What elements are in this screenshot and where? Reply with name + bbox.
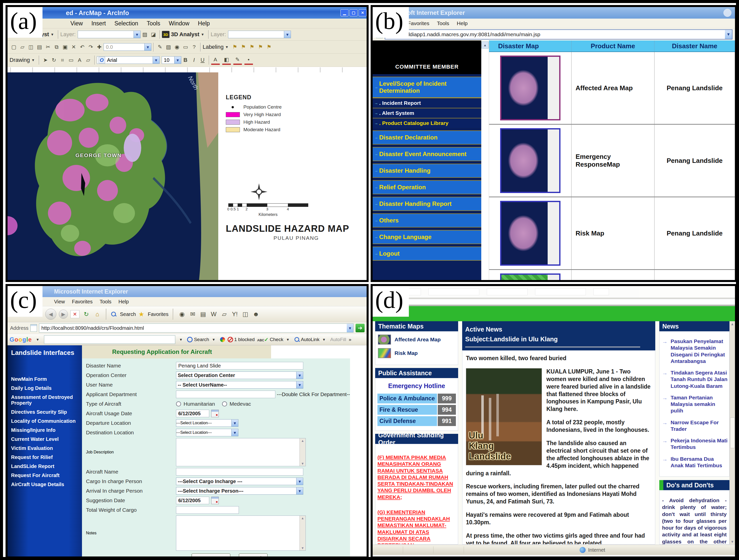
hillshade-icon[interactable]: ◪ — [149, 30, 158, 38]
yahoo-icon[interactable]: Y! — [231, 310, 239, 318]
delete-icon[interactable]: ✕ — [69, 43, 78, 51]
arrival-incharge-select[interactable]: ---Select Incharge Person---▼ — [176, 487, 303, 495]
sidebar-item[interactable]: NewMain Form — [11, 376, 82, 382]
redo-icon[interactable]: ↷ — [87, 43, 95, 51]
sidebar-item[interactable]: Directives Security Slip — [11, 409, 82, 415]
calendar-icon[interactable] — [211, 497, 219, 504]
rotate-icon[interactable]: ↻ — [50, 56, 58, 64]
lock-labels-icon[interactable]: ⚑ — [256, 43, 265, 51]
sidebar-item[interactable]: → Disaster Declaration — [373, 131, 481, 145]
zoom-box-icon[interactable]: ⌗ — [58, 56, 67, 64]
chevron-down-icon[interactable]: ▼ — [296, 487, 303, 495]
layer-combobox[interactable]: ▼ — [78, 31, 141, 38]
sidebar-item[interactable]: → Logout — [373, 246, 481, 261]
line-color-button[interactable]: ✎ — [233, 55, 242, 65]
rectangle-tool-icon[interactable]: ▭ — [67, 56, 76, 64]
open-folder-icon[interactable]: ▱ — [18, 43, 27, 51]
chevron-down-icon[interactable]: ▼ — [179, 338, 183, 342]
chevron-down-icon[interactable]: ▼ — [296, 478, 303, 485]
chevron-down-icon[interactable]: ▼ — [231, 419, 238, 426]
toolbar-overflow-chevron[interactable]: » — [349, 337, 351, 342]
add-data-icon[interactable]: ✚ — [95, 43, 104, 51]
suggestion-date-input[interactable]: 6/12/2005 — [176, 497, 209, 504]
menu-item[interactable]: View — [70, 20, 83, 27]
media-icon[interactable]: ◉ — [178, 310, 186, 318]
sidebar-item[interactable]: → Others — [373, 213, 481, 227]
address-input[interactable]: http://localhost:8090/naddi/crs/Floodmai… — [39, 324, 353, 333]
disaster-map-thumbnail[interactable] — [500, 273, 561, 280]
calendar-icon[interactable] — [211, 410, 219, 417]
sidebar-item[interactable]: Missing/Injure Info — [11, 427, 82, 433]
contour-icon[interactable]: ▨ — [141, 30, 149, 38]
clear-labels-icon[interactable]: ⚑ — [265, 43, 273, 51]
news-link[interactable]: → Pasukan Penyelamat Malaysia Semakin Di… — [662, 338, 728, 364]
sidebar-item[interactable]: Assessment of Destroyed Property — [11, 394, 82, 406]
chevron-down-icon[interactable]: ▼ — [36, 338, 39, 342]
aircraft-usage-date-input[interactable]: 6/12/2005 — [176, 410, 209, 417]
medevac-radio[interactable] — [222, 401, 227, 406]
sidebar-item[interactable]: Daily Log Details — [11, 385, 82, 391]
chevron-down-icon[interactable]: ▼ — [144, 43, 151, 50]
undo-icon[interactable]: ↶ — [78, 43, 87, 51]
marker-color-button[interactable]: • — [245, 55, 253, 65]
label-priority-icon[interactable]: ⚑ — [239, 43, 248, 51]
favorites-star-icon[interactable]: ★ — [138, 311, 144, 318]
departure-location-select[interactable]: ---Select Location---▼ — [176, 419, 238, 427]
sidebar-item[interactable]: Locality of Communication — [11, 418, 82, 424]
check-label[interactable]: Check — [270, 337, 283, 342]
sidebar-item[interactable]: → . Incident Report — [373, 98, 481, 108]
go-button[interactable]: ➔ — [355, 324, 364, 332]
standing-order-link[interactable]: (F) MEMINTA PIHAK MEDIA MENASIHATKAN ORA… — [378, 454, 456, 501]
sidebar-item[interactable]: Current Water Level — [11, 436, 82, 442]
news-link[interactable]: → Ibu Bersama Dua Anak Mati Tertimbus — [662, 456, 728, 469]
sidebar-item[interactable]: Victim Evaluation — [11, 445, 82, 451]
sidebar-item[interactable]: → Disaster Event Announcement — [373, 147, 481, 161]
disaster-map-thumbnail[interactable] — [500, 201, 561, 266]
sidebar-item[interactable]: Request For Aircraft — [11, 473, 82, 478]
menu-item[interactable]: View — [54, 299, 65, 305]
folder-icon[interactable]: ▱ — [220, 310, 229, 318]
copy-icon[interactable]: ⧉ — [52, 43, 61, 51]
print-icon[interactable]: ▤ — [35, 43, 44, 51]
italic-button[interactable]: I — [190, 56, 198, 64]
label-weight-icon[interactable]: ⚑ — [248, 43, 256, 51]
scroll-up-icon[interactable]: ▲ — [481, 41, 488, 48]
favorites-label[interactable]: Favorites — [148, 312, 168, 317]
applicant-department-input[interactable] — [176, 391, 275, 398]
scale-combobox[interactable]: 0.0▼ — [104, 43, 151, 51]
label-manager-icon[interactable]: ⚑ — [231, 43, 239, 51]
textarea-scrollbar[interactable]: ▲▼ — [299, 438, 305, 466]
command-window-icon[interactable]: ▭ — [181, 43, 190, 51]
save-icon[interactable]: ◫ — [27, 43, 35, 51]
mail-icon[interactable]: ✉ — [188, 310, 197, 318]
bold-button[interactable]: B — [181, 56, 190, 64]
edit-word-icon[interactable]: W — [209, 310, 218, 318]
thematic-map-item[interactable]: Risk Map — [378, 348, 455, 358]
sidebar-item[interactable]: → . Product Catalogue Library — [373, 118, 481, 128]
messenger-icon[interactable]: ☻ — [252, 310, 260, 318]
labeling-menu[interactable]: Labeling — [203, 44, 224, 50]
fill-color-button[interactable]: ◧ — [222, 55, 231, 65]
back-icon[interactable]: ◀ — [45, 309, 56, 320]
sidebar-item[interactable]: → Change Language — [373, 230, 481, 244]
sidebar-item[interactable]: → Disaster Handling Report — [373, 197, 481, 211]
whats-this-help-icon[interactable]: ? — [190, 43, 198, 51]
menu-item[interactable]: Help — [457, 20, 468, 26]
menu-item[interactable]: Tools — [437, 20, 449, 26]
page-scrollbar[interactable]: ▲▼ — [729, 321, 735, 544]
camera-icon[interactable]: ◫ — [241, 310, 250, 318]
pagerank-icon[interactable] — [220, 337, 225, 342]
sidebar-item[interactable]: Request for Rilief — [11, 454, 82, 460]
chevron-down-icon[interactable]: ▼ — [231, 429, 238, 436]
font-size-combobox[interactable]: 10▼ — [162, 56, 181, 64]
notes-textarea[interactable]: ▲▼ — [176, 516, 306, 551]
toolbox-icon[interactable]: ▨ — [164, 43, 173, 51]
chevron-down-icon[interactable]: ▼ — [134, 31, 140, 38]
humanitarian-radio[interactable] — [176, 401, 181, 406]
address-input[interactable]: http://naddiapp1.naddi.macres.gov.my:808… — [385, 29, 732, 39]
sidebar-item[interactable]: → Relief Operation — [373, 180, 481, 194]
cut-icon[interactable]: ✂ — [44, 43, 52, 51]
disaster-map-thumbnail[interactable] — [500, 128, 561, 193]
maximize-button[interactable]: ▢ — [349, 9, 357, 16]
google-search-label[interactable]: Search — [194, 337, 209, 342]
